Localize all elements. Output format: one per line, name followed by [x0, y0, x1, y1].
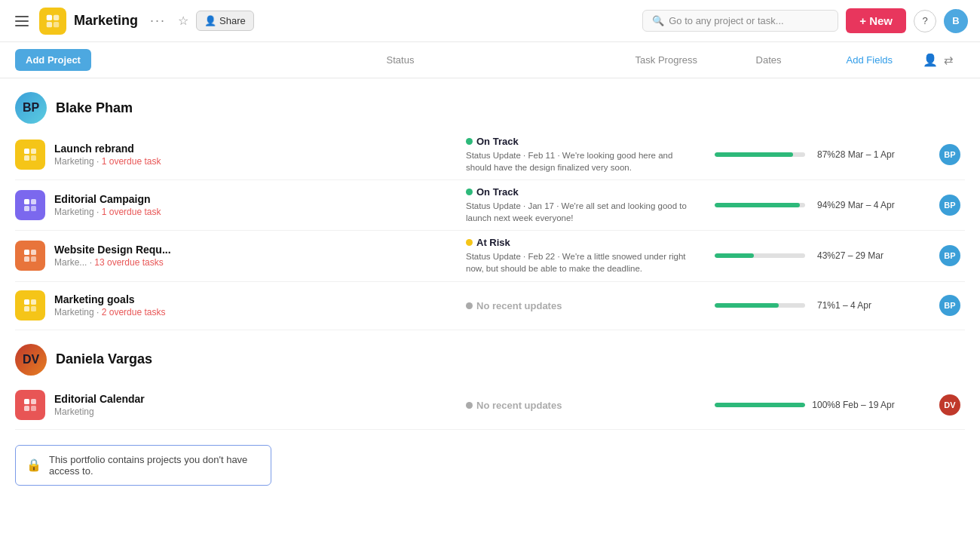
svg-rect-23: [31, 406, 36, 411]
user-avatar[interactable]: B: [944, 9, 968, 33]
table-row[interactable]: Editorial CalendarMarketingNo recent upd…: [15, 382, 965, 430]
status-update-text: Status Update · Feb 22 · We're a little …: [466, 250, 692, 274]
person-name-blake: Blake Pham: [56, 100, 133, 116]
person-group-daniela: DVDaniela VargasEditorial CalendarMarket…: [0, 330, 980, 430]
filter-icon[interactable]: ⇄: [944, 54, 965, 67]
project-info-launch-rebrand: Launch rebrandMarketing · 1 overdue task: [45, 143, 466, 167]
status-label-text: On Track: [476, 186, 519, 198]
person-name-daniela: Daniela Vargas: [56, 351, 152, 367]
status-dot: [466, 302, 473, 309]
table-row[interactable]: Website Design Requ...Marke... · 13 over…: [15, 231, 965, 281]
project-icon-editorial-calendar: [15, 390, 45, 420]
more-options-button[interactable]: ···: [145, 11, 170, 30]
status-dot: [466, 189, 473, 195]
app-title: Marketing: [74, 13, 138, 29]
subheader: Add Project Status Task Progress Dates A…: [0, 42, 980, 78]
progress-bar-fill: [715, 253, 754, 258]
progress-percentage: 71%: [811, 300, 835, 311]
progress-bar-fill: [715, 403, 805, 407]
assignee-col: BP: [926, 195, 960, 216]
progress-percentage: 100%: [811, 400, 835, 410]
app-logo: [39, 8, 66, 35]
svg-rect-6: [24, 155, 29, 161]
svg-rect-22: [24, 406, 29, 411]
progress-percentage: 87%: [811, 149, 835, 160]
project-meta-editorial-calendar: Marketing: [54, 406, 466, 417]
project-name-marketing-goals: Marketing goals: [54, 293, 466, 305]
project-meta-marketing-goals: Marketing · 2 overdue tasks: [54, 307, 466, 317]
assignee-avatar: BP: [939, 245, 960, 266]
progress-bar-background: [715, 403, 805, 407]
project-meta-launch-rebrand: Marketing · 1 overdue task: [54, 156, 466, 167]
person-header-blake: BPBlake Pham: [15, 92, 965, 124]
table-row[interactable]: Launch rebrandMarketing · 1 overdue task…: [15, 130, 965, 180]
main-content: BPBlake PhamLaunch rebrandMarketing · 1 …: [0, 78, 980, 549]
svg-rect-19: [31, 306, 36, 311]
project-icon-editorial-campaign: [15, 190, 45, 220]
project-icon-marketing-goals: [15, 290, 45, 321]
status-col-launch-rebrand: On TrackStatus Update · Feb 11 · We're l…: [466, 136, 715, 173]
assignee-avatar: DV: [939, 394, 960, 416]
status-label-editorial-calendar: No recent updates: [466, 400, 715, 411]
assignee-col: BP: [926, 295, 960, 316]
status-label-text: On Track: [476, 136, 519, 147]
table-row[interactable]: Marketing goalsMarketing · 2 overdue tas…: [15, 282, 965, 330]
share-button[interactable]: 👤 Share: [196, 11, 254, 31]
dates-col-editorial-campaign: 29 Mar – 4 Apr: [835, 200, 926, 210]
add-project-button[interactable]: Add Project: [15, 49, 91, 71]
svg-rect-14: [24, 256, 29, 262]
person-avatar-daniela: DV: [15, 344, 47, 376]
status-col-editorial-campaign: On TrackStatus Update · Jan 17 · We're a…: [466, 186, 715, 224]
project-name-editorial-calendar: Editorial Calendar: [54, 393, 466, 405]
svg-rect-3: [54, 21, 59, 26]
person-avatar-blake: BP: [15, 92, 47, 124]
table-row[interactable]: Editorial CampaignMarketing · 1 overdue …: [15, 180, 965, 231]
status-dot: [466, 239, 473, 246]
status-label-launch-rebrand: On Track: [466, 136, 715, 147]
svg-rect-17: [31, 299, 36, 305]
topnav: Marketing ··· ☆ 👤 Share 🔍 Go to any proj…: [0, 0, 980, 42]
svg-rect-9: [31, 199, 36, 204]
progress-col-launch-rebrand: 87%: [715, 149, 835, 160]
search-bar[interactable]: 🔍 Go to any project or task...: [642, 10, 838, 32]
status-dot: [466, 402, 473, 409]
project-icon-website-design-requ: [15, 241, 45, 271]
svg-rect-8: [24, 199, 29, 204]
progress-bar-fill: [715, 303, 779, 308]
search-icon: 🔍: [652, 15, 664, 26]
status-update-text: Status Update · Jan 17 · We're all set a…: [466, 200, 692, 224]
project-meta-editorial-campaign: Marketing · 1 overdue task: [54, 207, 466, 217]
svg-rect-12: [24, 250, 29, 255]
assignee-avatar: BP: [939, 144, 960, 165]
project-meta-website-design-requ: Marke... · 13 overdue tasks: [54, 257, 466, 268]
status-col-marketing-goals: No recent updates: [466, 300, 715, 311]
status-col-website-design-requ: At RiskStatus Update · Feb 22 · We're a …: [466, 237, 715, 274]
assignee-avatar: BP: [939, 195, 960, 216]
project-name-editorial-campaign: Editorial Campaign: [54, 193, 466, 205]
col-header-dates: Dates: [756, 54, 847, 66]
hamburger-icon[interactable]: [12, 13, 32, 29]
project-name-website-design-requ: Website Design Requ...: [54, 244, 466, 256]
new-button[interactable]: + New: [846, 8, 906, 33]
favorite-icon[interactable]: ☆: [178, 14, 188, 28]
col-header-status: Status: [387, 54, 635, 66]
assignee-col: DV: [926, 394, 960, 416]
status-label-marketing-goals: No recent updates: [466, 300, 715, 311]
progress-bar-fill: [715, 203, 800, 207]
dates-col-editorial-calendar: 8 Feb – 19 Apr: [835, 400, 926, 410]
progress-bar-background: [715, 203, 805, 207]
add-fields-button[interactable]: Add Fields: [847, 54, 893, 66]
person-filter-icon[interactable]: 👤: [923, 53, 944, 67]
svg-rect-5: [31, 149, 36, 154]
svg-rect-2: [47, 21, 52, 26]
svg-rect-4: [24, 149, 29, 154]
assignee-avatar: BP: [939, 295, 960, 316]
progress-bar-background: [715, 152, 805, 157]
project-info-marketing-goals: Marketing goalsMarketing · 2 overdue tas…: [45, 293, 466, 317]
svg-rect-16: [24, 299, 29, 305]
project-info-editorial-campaign: Editorial CampaignMarketing · 1 overdue …: [45, 193, 466, 217]
assignee-col: BP: [926, 245, 960, 266]
status-label-text: At Risk: [476, 237, 510, 248]
help-button[interactable]: ?: [914, 10, 936, 32]
svg-rect-15: [31, 256, 36, 262]
